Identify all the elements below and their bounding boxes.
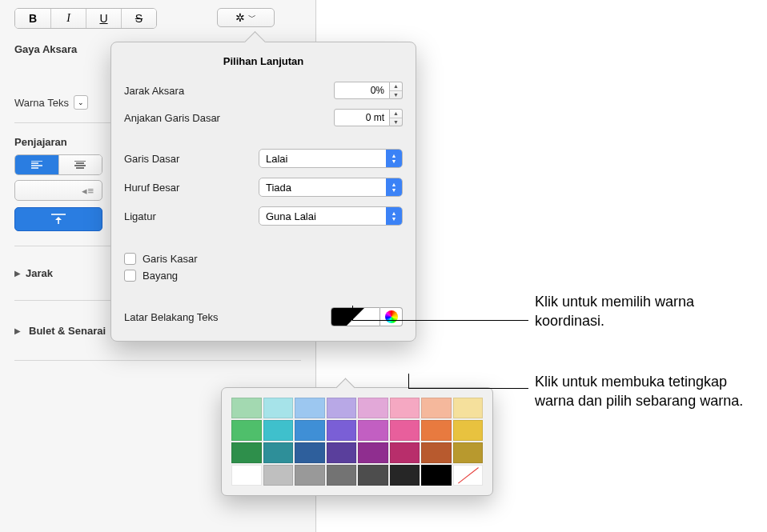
caps-label: Huruf Besar xyxy=(124,182,179,194)
color-swatch[interactable] xyxy=(358,420,388,441)
advanced-options-popover: Pilihan Lanjutan Jarak Aksara ▲ ▼ Anjaka… xyxy=(110,42,416,342)
align-center-button[interactable] xyxy=(58,155,102,174)
color-swatch[interactable] xyxy=(421,442,452,463)
triangle-right-icon: ▶ xyxy=(14,269,21,278)
callout-line xyxy=(352,306,353,320)
text-bg-color-controls xyxy=(331,307,403,326)
text-style-toolbar: B I U S ✲ ﹀ xyxy=(14,8,301,29)
align-left-button[interactable] xyxy=(15,155,58,174)
bullets-label: Bulet & Senarai xyxy=(29,325,106,337)
baseline-select[interactable]: Lalai ▲▼ xyxy=(259,149,403,168)
outline-label: Garis Kasar xyxy=(143,253,198,265)
align-center-icon xyxy=(74,161,86,169)
stepper-down-icon: ▼ xyxy=(390,118,402,126)
color-swatch[interactable] xyxy=(231,398,262,418)
color-swatch[interactable] xyxy=(390,442,420,463)
shadow-checkbox-row: Bayang xyxy=(124,270,403,282)
callout-coord: Klik untuk memilih warna koordinasi. xyxy=(535,292,767,331)
valign-top-icon xyxy=(51,214,66,225)
indent-button[interactable]: ◂≡ xyxy=(14,180,102,201)
vertical-align-top-button[interactable] xyxy=(14,207,102,231)
color-swatch[interactable] xyxy=(358,442,388,463)
text-bg-color-wheel-button[interactable] xyxy=(380,307,403,326)
color-swatch[interactable] xyxy=(263,398,294,418)
color-swatch[interactable] xyxy=(421,420,452,441)
ligature-label: Ligatur xyxy=(124,210,156,222)
color-swatch[interactable] xyxy=(327,420,357,441)
popover-title: Pilihan Lanjutan xyxy=(124,55,403,67)
stepper-up-icon: ▲ xyxy=(390,110,402,118)
outline-checkbox-row: Garis Kasar xyxy=(124,253,403,265)
text-bg-row: Latar Belakang Teks xyxy=(124,307,403,326)
style-button-group: B I U S xyxy=(14,8,157,29)
color-swatch[interactable] xyxy=(421,465,452,486)
color-swatch-none[interactable] xyxy=(453,465,484,486)
ligature-value: Guna Lalai xyxy=(266,210,316,222)
callout-line xyxy=(408,374,409,388)
color-swatch[interactable] xyxy=(421,398,452,418)
callout-line xyxy=(408,388,528,389)
gear-icon: ✲ xyxy=(235,11,245,24)
color-swatch[interactable] xyxy=(327,465,357,486)
color-swatch-grid xyxy=(231,398,483,486)
baseline-shift-input[interactable] xyxy=(334,109,390,126)
chevron-down-icon: ﹀ xyxy=(248,12,256,23)
baseline-shift-field: ▲ ▼ xyxy=(334,109,403,126)
shadow-checkbox[interactable] xyxy=(124,270,136,282)
outline-checkbox[interactable] xyxy=(124,253,136,265)
color-swatch[interactable] xyxy=(263,442,294,463)
color-swatch[interactable] xyxy=(295,398,325,418)
caps-select[interactable]: Tiada ▲▼ xyxy=(259,178,403,197)
color-swatch[interactable] xyxy=(453,398,484,418)
strikethrough-button[interactable]: S xyxy=(121,9,156,28)
color-swatch[interactable] xyxy=(358,398,388,418)
stepper-down-icon: ▼ xyxy=(390,91,402,99)
color-swatch[interactable] xyxy=(390,465,420,486)
color-swatch[interactable] xyxy=(390,398,420,418)
indent-right-icon: ◂≡ xyxy=(82,185,94,197)
color-swatch[interactable] xyxy=(295,420,325,441)
italic-button[interactable]: I xyxy=(50,9,86,28)
select-arrows-icon: ▲▼ xyxy=(386,178,402,196)
baseline-shift-stepper[interactable]: ▲ ▼ xyxy=(390,109,403,126)
color-swatch[interactable] xyxy=(295,465,325,486)
char-spacing-stepper[interactable]: ▲ ▼ xyxy=(390,82,403,99)
bold-button[interactable]: B xyxy=(15,9,50,28)
color-swatch[interactable] xyxy=(358,465,388,486)
text-color-dropdown[interactable]: ⌄ xyxy=(74,95,88,110)
color-swatch[interactable] xyxy=(231,420,262,441)
align-left-icon xyxy=(31,161,42,169)
text-color-label: Warna Teks xyxy=(14,97,69,109)
color-swatch[interactable] xyxy=(327,398,357,418)
spacing-label: Jarak xyxy=(26,267,53,279)
color-swatch[interactable] xyxy=(453,442,484,463)
color-swatch-popover xyxy=(221,387,493,496)
color-swatch[interactable] xyxy=(453,420,484,441)
triangle-right-icon: ▶ xyxy=(14,326,21,335)
shadow-label: Bayang xyxy=(143,270,178,282)
select-arrows-icon: ▲▼ xyxy=(386,207,402,225)
align-group xyxy=(14,154,102,175)
caps-value: Tiada xyxy=(266,182,291,194)
ligature-select[interactable]: Guna Lalai ▲▼ xyxy=(259,206,403,226)
divider xyxy=(14,360,301,361)
color-swatch[interactable] xyxy=(390,420,420,441)
char-spacing-field: ▲ ▼ xyxy=(334,82,403,99)
baseline-value: Lalai xyxy=(266,153,287,165)
callout-wheel: Klik untuk membuka tetingkap warna dan p… xyxy=(535,372,751,411)
underline-button[interactable]: U xyxy=(86,9,121,28)
baseline-shift-label: Anjakan Garis Dasar xyxy=(124,112,220,124)
color-swatch[interactable] xyxy=(263,420,294,441)
advanced-options-button[interactable]: ✲ ﹀ xyxy=(217,8,275,27)
select-arrows-icon: ▲▼ xyxy=(386,150,402,167)
baseline-label: Garis Dasar xyxy=(124,153,179,165)
color-swatch[interactable] xyxy=(231,442,262,463)
char-spacing-label: Jarak Aksara xyxy=(124,85,184,97)
color-swatch[interactable] xyxy=(295,442,325,463)
color-swatch[interactable] xyxy=(263,465,294,486)
text-bg-label: Latar Belakang Teks xyxy=(124,311,219,323)
text-bg-color-well[interactable] xyxy=(331,307,380,326)
char-spacing-input[interactable] xyxy=(334,82,390,99)
color-swatch[interactable] xyxy=(231,465,262,486)
color-swatch[interactable] xyxy=(327,442,357,463)
